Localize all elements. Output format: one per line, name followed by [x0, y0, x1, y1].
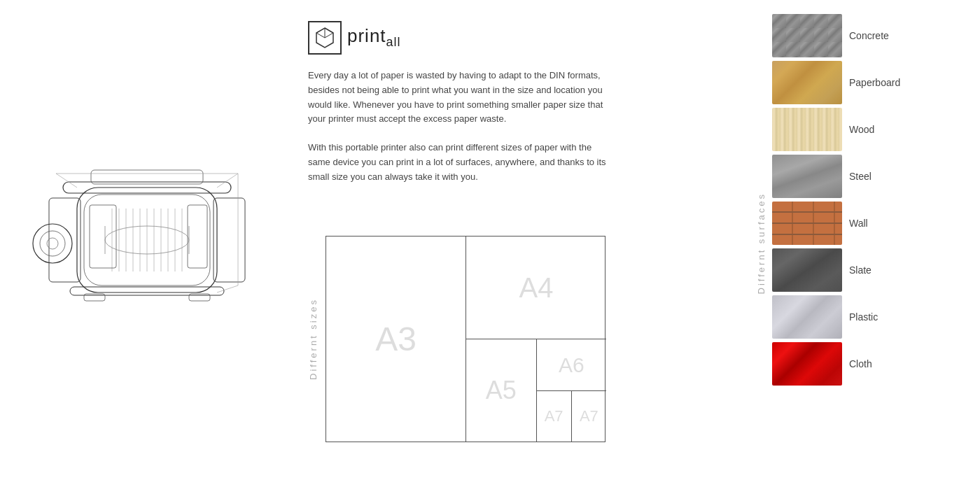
sizes-label: Differnt sizes [308, 298, 318, 380]
right-bottom-col: A6 A7 A7 [537, 339, 607, 442]
surfaces-list: ConcretePaperboardWoodSteelWallSlatePlas… [772, 14, 966, 473]
svg-line-25 [56, 174, 77, 188]
svg-line-34 [316, 33, 325, 38]
logo-area: printall [308, 21, 735, 55]
surfaces-section: Differnt surfaces ConcretePaperboardWood… [756, 0, 980, 487]
surface-thumb-concrete [772, 14, 842, 57]
surface-item-steel[interactable]: Steel [772, 155, 966, 198]
surface-item-wood[interactable]: Wood [772, 108, 966, 151]
surface-thumb-slate [772, 248, 842, 292]
surface-name-concrete: Concrete [849, 30, 889, 41]
size-a4-cell: A4 [466, 237, 606, 339]
svg-line-29 [217, 285, 238, 292]
surface-name-cloth: Cloth [849, 358, 872, 369]
surface-name-slate: Slate [849, 264, 872, 276]
size-a6-cell: A6 [537, 339, 607, 391]
surface-thumb-wood [772, 108, 842, 151]
svg-line-26 [217, 174, 238, 188]
svg-rect-3 [214, 198, 245, 282]
description-paragraph1: Every day a lot of paper is wasted by ha… [308, 69, 616, 127]
surface-item-plastic[interactable]: Plastic [772, 295, 966, 339]
surface-item-wall[interactable]: Wall [772, 202, 966, 245]
right-column: A4 A5 A6 A7 [466, 237, 606, 442]
printer-image-section [0, 0, 294, 487]
size-a3-cell: A3 [326, 237, 466, 442]
size-a5-cell: A5 [466, 339, 537, 442]
surface-thumb-paperboard [772, 61, 842, 104]
svg-rect-21 [188, 205, 207, 268]
svg-line-36 [325, 33, 333, 38]
surface-item-slate[interactable]: Slate [772, 248, 966, 292]
a7-row: A7 A7 [537, 391, 607, 442]
surface-thumb-cloth [772, 342, 842, 386]
surfaces-label: Differnt surfaces [756, 192, 766, 294]
middle-section: printall Every day a lot of paper is was… [294, 0, 756, 487]
sizes-grid: A3 A4 A5 A6 [326, 236, 606, 442]
svg-point-8 [47, 238, 58, 249]
surface-thumb-plastic [772, 295, 842, 339]
surface-name-steel: Steel [849, 171, 872, 182]
bottom-right: A5 A6 A7 A7 [466, 339, 606, 442]
surface-thumb-steel [772, 155, 842, 198]
size-a7-right-cell: A7 [572, 391, 606, 442]
brand-name: printall [347, 25, 401, 50]
surface-item-cloth[interactable]: Cloth [772, 342, 966, 386]
surface-thumb-wall [772, 202, 842, 245]
surface-name-plastic: Plastic [849, 311, 878, 323]
surface-name-paperboard: Paperboard [849, 77, 900, 88]
surface-item-paperboard[interactable]: Paperboard [772, 61, 966, 104]
brand-name-all: all [386, 36, 401, 50]
printer-sketch [14, 132, 280, 355]
surface-name-wood: Wood [849, 124, 874, 135]
description-paragraph2: With this portable printer also can prin… [308, 141, 616, 184]
svg-point-6 [33, 224, 72, 263]
sizes-diagram: Differnt sizes A3 A4 A5 A [308, 206, 735, 473]
svg-point-7 [40, 231, 65, 256]
brand-name-print: print [347, 25, 386, 46]
surface-name-wall: Wall [849, 218, 868, 229]
logo-icon [308, 21, 342, 55]
surface-item-concrete[interactable]: Concrete [772, 14, 966, 57]
size-a7-left-cell: A7 [537, 391, 572, 442]
